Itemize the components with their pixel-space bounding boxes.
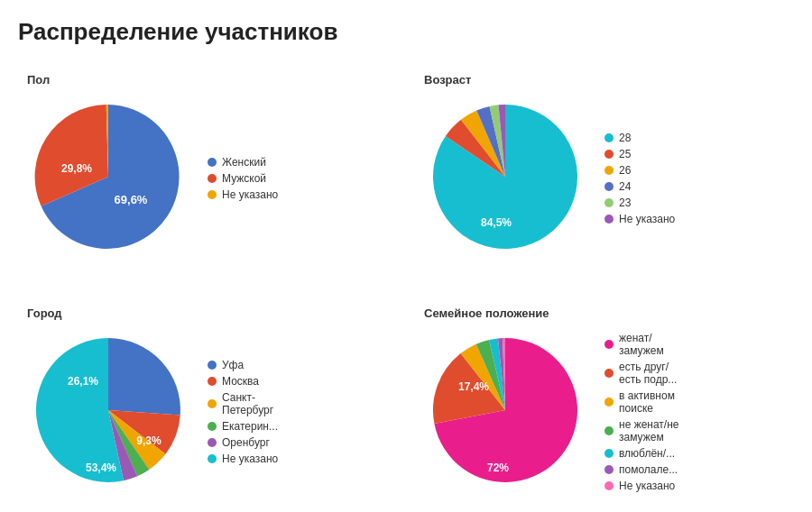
legend-label: Уфа	[222, 359, 244, 371]
legend-dot	[208, 454, 217, 463]
gender-chart-container: 69,6% 29,8% Женский Мужской Не указано	[27, 96, 388, 261]
legend-dot	[604, 182, 614, 191]
legend-item: не женат/незамужем	[604, 418, 679, 443]
legend-label: не женат/незамужем	[619, 418, 679, 443]
legend-dot	[208, 422, 217, 431]
legend-label: влюблён/...	[619, 447, 675, 460]
page-title: Распределение участников	[18, 18, 794, 46]
legend-item: Уфа	[208, 359, 278, 371]
legend-dot	[208, 158, 217, 167]
legend-dot	[604, 133, 614, 142]
svg-text:69,6%: 69,6%	[115, 193, 148, 206]
city-legend: Уфа Москва Санкт-Петербург Екатерин... О…	[208, 359, 278, 465]
legend-dot	[208, 438, 217, 447]
legend-item: Не указано	[208, 188, 278, 201]
city-title: Город	[27, 306, 388, 320]
gender-legend: Женский Мужской Не указано	[208, 156, 278, 201]
legend-item: влюблён/...	[604, 447, 679, 460]
legend-dot	[604, 166, 614, 175]
legend-label: 26	[619, 164, 631, 177]
legend-item: Москва	[208, 375, 278, 388]
legend-item: 24	[604, 180, 675, 193]
legend-label: Не указано	[619, 213, 675, 225]
legend-label: есть друг/есть подр...	[619, 361, 677, 386]
legend-item: 25	[604, 148, 675, 160]
legend-label: Санкт-Петербург	[222, 391, 273, 416]
svg-text:26,1%: 26,1%	[68, 375, 98, 388]
age-section: Возраст 84,5% 28 25 26	[415, 64, 794, 270]
legend-item: Не указано	[208, 453, 278, 465]
legend-label: Не указано	[222, 453, 278, 465]
legend-label: 23	[619, 197, 631, 209]
legend-item: 28	[604, 132, 675, 144]
age-pie-wrap: 84,5%	[424, 96, 586, 261]
age-legend: 28 25 26 24 23	[604, 132, 675, 225]
legend-dot	[604, 198, 614, 207]
gender-title: Пол	[27, 73, 388, 87]
legend-dot	[208, 190, 217, 199]
legend-label: женат/замужем	[619, 332, 664, 357]
family-section: Семейное положение 72%17,4% женат/замуже…	[415, 297, 794, 504]
legend-label: Оренбург	[222, 436, 270, 449]
svg-text:53,4%: 53,4%	[86, 462, 116, 474]
gender-section: Пол 69,6% 29,8% Же	[18, 64, 397, 270]
legend-label: помолале...	[619, 463, 678, 476]
legend-label: 28	[619, 132, 631, 144]
legend-dot	[208, 361, 217, 370]
legend-dot	[604, 215, 614, 224]
legend-label: 25	[619, 148, 631, 160]
legend-label: Не указано	[619, 480, 675, 492]
legend-item: Екатерин...	[208, 420, 278, 433]
legend-label: Мужской	[222, 172, 266, 185]
legend-dot	[604, 369, 614, 378]
legend-dot	[604, 481, 614, 490]
legend-item: женат/замужем	[604, 332, 679, 357]
legend-label: Не указано	[222, 188, 278, 201]
legend-dot	[208, 174, 217, 183]
legend-item: 26	[604, 164, 675, 177]
legend-dot	[604, 398, 614, 407]
legend-dot	[604, 449, 614, 458]
age-chart-container: 84,5% 28 25 26 24	[424, 96, 785, 261]
legend-dot	[208, 399, 217, 408]
legend-item: 23	[604, 197, 675, 209]
svg-text:29,8%: 29,8%	[61, 162, 92, 175]
family-legend: женат/замужем есть друг/есть подр... в а…	[604, 332, 679, 492]
svg-text:72%: 72%	[487, 462, 509, 474]
charts-grid: Пол 69,6% 29,8% Же	[18, 64, 794, 504]
legend-label: Москва	[222, 375, 259, 388]
family-chart-container: 72%17,4% женат/замужем есть друг/есть по…	[424, 329, 785, 495]
age-title: Возраст	[424, 73, 785, 87]
svg-text:84,5%: 84,5%	[481, 216, 512, 229]
family-title: Семейное положение	[424, 306, 785, 320]
legend-item: Мужской	[208, 172, 278, 185]
legend-dot	[604, 150, 614, 159]
legend-item: в активномпоиске	[604, 389, 679, 415]
legend-dot	[604, 465, 614, 474]
legend-item: Санкт-Петербург	[208, 391, 278, 416]
legend-item: Не указано	[604, 480, 679, 492]
legend-dot	[208, 377, 217, 386]
svg-text:9,3%: 9,3%	[136, 434, 161, 447]
svg-text:17,4%: 17,4%	[458, 380, 489, 393]
city-chart-container: 26,1%9,3%53,4% Уфа Москва Санкт-Петербур…	[27, 329, 388, 495]
gender-pie-wrap: 69,6% 29,8%	[27, 96, 189, 261]
legend-item: помолале...	[604, 463, 679, 476]
family-pie-wrap: 72%17,4%	[424, 329, 586, 495]
legend-item: Оренбург	[208, 436, 278, 449]
legend-dot	[604, 426, 614, 435]
legend-dot	[604, 340, 614, 349]
legend-item: Женский	[208, 156, 278, 169]
legend-label: в активномпоиске	[619, 389, 675, 415]
legend-item: Не указано	[604, 213, 675, 225]
legend-label: 24	[619, 180, 631, 193]
legend-label: Екатерин...	[222, 420, 278, 433]
city-section: Город 26,1%9,3%53,4% Уфа Москва Санкт-Пе…	[18, 297, 397, 504]
legend-label: Женский	[222, 156, 266, 169]
city-pie-wrap: 26,1%9,3%53,4%	[27, 329, 189, 495]
legend-item: есть друг/есть подр...	[604, 361, 679, 386]
